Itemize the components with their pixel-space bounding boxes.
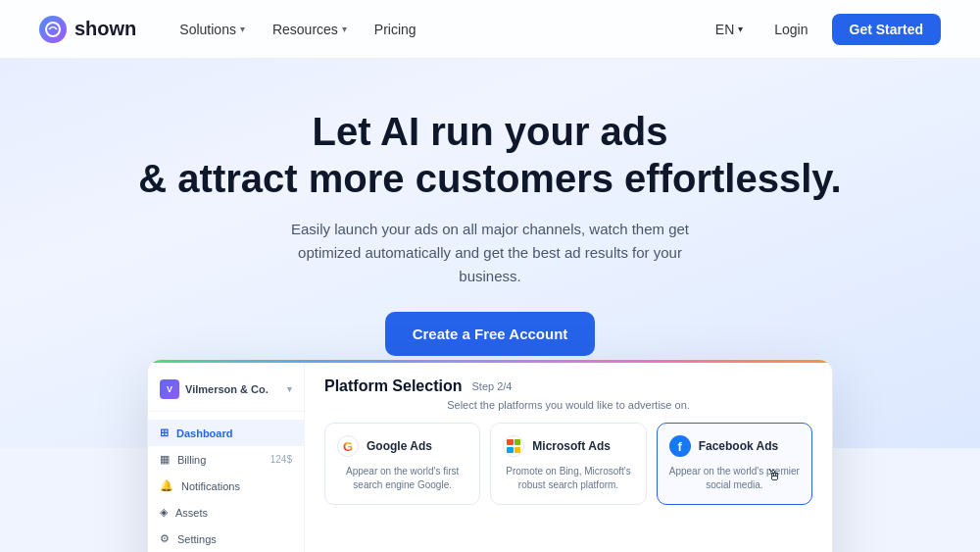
- google-ads-icon: G: [337, 435, 359, 457]
- cursor-icon: 🖱: [766, 467, 782, 484]
- google-ads-header: G Google Ads: [337, 435, 467, 457]
- nav-menu: Solutions ▾ Resources ▾ Pricing: [168, 16, 427, 43]
- hero-title: Let AI run your ads & attract more custo…: [39, 108, 941, 202]
- microsoft-ads-desc: Promote on Bing, Microsoft's robust sear…: [503, 465, 633, 492]
- logo-text: shown: [74, 18, 136, 40]
- sidebar-item-assets[interactable]: ◈ Assets: [148, 499, 304, 526]
- platform-title-row: Platform Selection Step 2/4: [324, 377, 812, 395]
- settings-icon: ⚙: [160, 532, 170, 545]
- brand-name: Vilmerson & Co.: [185, 383, 269, 395]
- microsoft-ads-card[interactable]: Microsoft Ads Promote on Bing, Microsoft…: [490, 423, 646, 505]
- microsoft-ads-icon: [503, 435, 524, 457]
- facebook-ads-label: Facebook Ads: [699, 439, 779, 453]
- sidebar-item-dashboard[interactable]: ⊞ Dashboard: [148, 420, 304, 446]
- nav-left: shown Solutions ▾ Resources ▾ Pricing: [39, 16, 428, 43]
- platform-subtitle: Select the platforms you would like to a…: [324, 399, 812, 411]
- brand-chevron-icon: ▾: [287, 384, 292, 394]
- lang-chevron-icon: ▾: [738, 24, 743, 34]
- hero-section: Let AI run your ads & attract more custo…: [0, 59, 980, 448]
- step-badge: Step 2/4: [471, 380, 512, 392]
- google-ads-card[interactable]: G Google Ads Appear on the world's first…: [324, 423, 480, 505]
- language-selector[interactable]: EN ▾: [708, 16, 751, 43]
- logo-icon: [39, 16, 67, 43]
- google-ads-desc: Appear on the world's first search engin…: [337, 465, 467, 492]
- nav-resources[interactable]: Resources ▾: [261, 16, 359, 43]
- nav-solutions[interactable]: Solutions ▾: [168, 16, 257, 43]
- logo[interactable]: shown: [39, 16, 136, 43]
- microsoft-ads-label: Microsoft Ads: [532, 439, 611, 453]
- dashboard-preview: V Vilmerson & Co. ▾ ⊞ Dashboard ▦ Billin…: [147, 359, 833, 552]
- dashboard-icon: ⊞: [160, 427, 169, 439]
- resources-chevron-icon: ▾: [342, 24, 347, 34]
- main-content: Platform Selection Step 2/4 Select the p…: [305, 360, 832, 552]
- notifications-icon: 🔔: [160, 479, 173, 492]
- solutions-chevron-icon: ▾: [240, 24, 245, 34]
- facebook-ads-header: f Facebook Ads: [669, 435, 800, 457]
- get-started-button[interactable]: Get Started: [832, 14, 941, 45]
- google-ads-label: Google Ads: [367, 439, 432, 453]
- nav-pricing[interactable]: Pricing: [363, 16, 428, 43]
- facebook-ads-icon: f: [669, 435, 691, 457]
- sidebar-item-settings[interactable]: ⚙ Settings: [148, 526, 304, 552]
- nav-right: EN ▾ Login Get Started: [708, 14, 941, 45]
- hero-subtitle: Easily launch your ads on all major chan…: [284, 218, 696, 288]
- brand-avatar: V: [160, 379, 179, 399]
- billing-icon: ▦: [160, 453, 170, 466]
- sidebar-item-notifications[interactable]: 🔔 Notifications: [148, 473, 304, 499]
- login-button[interactable]: Login: [762, 16, 819, 43]
- sidebar-item-billing[interactable]: ▦ Billing 124$: [148, 446, 304, 473]
- svg-point-0: [46, 23, 60, 36]
- app-sidebar: V Vilmerson & Co. ▾ ⊞ Dashboard ▦ Billin…: [148, 360, 305, 552]
- platform-header: Platform Selection Step 2/4 Select the p…: [324, 377, 812, 411]
- sidebar-brand[interactable]: V Vilmerson & Co. ▾: [148, 372, 304, 412]
- assets-icon: ◈: [160, 506, 168, 519]
- microsoft-ads-header: Microsoft Ads: [503, 435, 633, 457]
- create-account-button[interactable]: Create a Free Account: [385, 312, 596, 356]
- navbar: shown Solutions ▾ Resources ▾ Pricing EN…: [0, 0, 980, 59]
- facebook-ads-card[interactable]: f Facebook Ads Appear on the world's pre…: [657, 423, 812, 505]
- platform-cards: G Google Ads Appear on the world's first…: [324, 423, 812, 505]
- platform-title: Platform Selection: [324, 377, 462, 395]
